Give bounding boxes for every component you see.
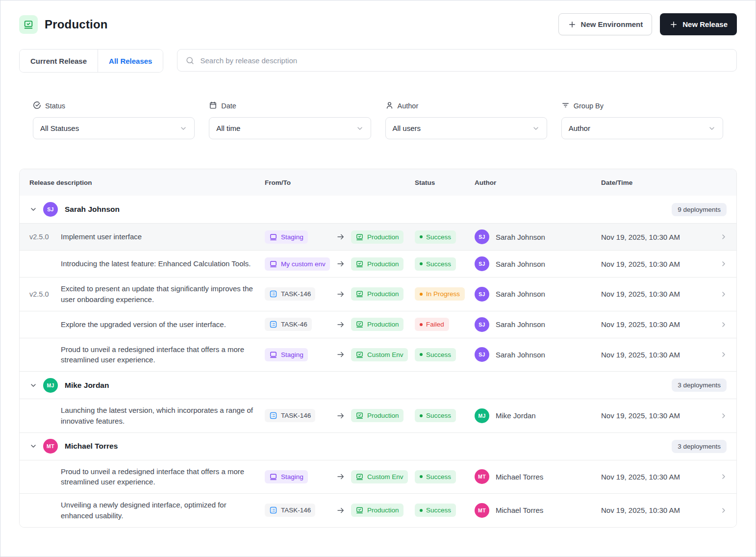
release-row[interactable]: Launching the latest version, which inco… [20,399,736,432]
env-badge-label: Staging [281,473,303,481]
calendar-icon [209,101,217,111]
arrow-right-icon [336,290,345,299]
top-bar: Production New Environment New Release [19,13,737,35]
author-cell: SJSarah Johnson [475,347,601,362]
new-release-button[interactable]: New Release [660,13,737,35]
column-header-date-time: Date/Time [601,179,711,186]
laptop-check-icon [355,260,364,268]
chevron-right-icon[interactable] [711,351,728,358]
chevron-down-icon [356,125,364,132]
from-env: Staging [265,348,336,361]
status-badge: Success [415,409,456,422]
release-row[interactable]: v2.5.0Excited to present an update that … [20,277,736,311]
env-badge-label: Custom Env [367,351,403,358]
release-description: Implement user interface [61,231,265,242]
plus-icon [568,20,577,29]
task-icon [269,320,277,329]
release-row[interactable]: Proud to unveil a redesigned interface t… [20,460,736,494]
status-label: Success [426,351,451,358]
status-label: In Progress [426,290,460,298]
new-environment-button[interactable]: New Environment [558,13,653,35]
chevron-right-icon[interactable] [711,506,728,514]
datetime: Nov 19, 2025, 10:30 AM [601,411,711,420]
env-badge: Staging [265,348,308,361]
tab-all-releases[interactable]: All Releases [98,50,163,72]
laptop-icon [269,473,277,481]
avatar: MT [475,469,489,484]
chevron-down-icon [532,125,540,132]
laptop-icon [269,233,277,241]
from-to-cell: TASK-146Production [265,287,415,301]
table-body: SJSarah Johnson9 deploymentsv2.5.0Implem… [20,196,736,527]
status-cell: Success [415,504,475,517]
author-select[interactable]: All users [385,117,547,139]
arrow-right-icon [336,506,345,515]
author-cell: MJMike Jordan [475,408,601,423]
group-header-row[interactable]: MJMike Jordan3 deployments [20,371,736,399]
release-row[interactable]: v2.5.0Implement user interfaceStagingPro… [20,223,736,250]
column-header-from-to: From/To [265,179,415,186]
avatar: SJ [475,317,489,332]
status-select[interactable]: All Statuses [33,117,195,139]
env-badge: Production [351,504,403,517]
author-name: Sarah Johnson [496,351,545,359]
group-by-select[interactable]: Author [561,117,723,139]
env-badge: Custom Env [351,348,408,361]
filter-status-label: Status [33,101,195,111]
datetime: Nov 19, 2025, 10:30 AM [601,320,711,329]
laptop-icon [269,351,277,359]
chevron-right-icon[interactable] [711,473,728,481]
status-dot-icon [420,353,423,356]
status-cell: Success [415,348,475,361]
column-header-status: Status [415,179,475,186]
chevron-down-icon [29,205,37,213]
tab-current-release[interactable]: Current Release [20,50,98,72]
env-badge: Production [351,230,403,244]
from-env: TASK-146 [265,409,336,422]
search-bar[interactable] [177,49,737,72]
group-header-row[interactable]: MTMichael Torres3 deployments [20,432,736,460]
author-cell: SJSarah Johnson [475,229,601,244]
env-badge: TASK-146 [265,409,315,422]
datetime: Nov 19, 2025, 10:30 AM [601,506,711,514]
laptop-icon [269,260,277,268]
env-badge: Production [351,257,403,271]
status-dot-icon [420,235,423,238]
release-row[interactable]: Explore the upgraded version of the user… [20,311,736,338]
avatar: SJ [475,229,489,244]
from-env: My custom env [265,257,336,271]
title-wrap: Production [19,15,108,34]
release-row[interactable]: Unveiling a newly designed interface, op… [20,493,736,527]
release-row[interactable]: Introducing the latest feature: Enhanced… [20,250,736,277]
group-left: SJSarah Johnson [29,202,120,217]
env-badge: Production [351,318,403,331]
arrow-right-icon [336,259,345,268]
chevron-down-icon [179,125,187,132]
search-input[interactable] [200,56,729,65]
release-tabs: Current Release All Releases [19,49,163,73]
filter-date: Date All time [209,101,371,139]
status-cell: In Progress [415,287,475,301]
laptop-check-icon [355,351,364,359]
author-cell: SJSarah Johnson [475,317,601,332]
env-badge-label: Production [367,290,399,298]
group-header-row[interactable]: SJSarah Johnson9 deployments [20,196,736,223]
release-row[interactable]: Proud to unveil a redesigned interface t… [20,338,736,372]
chevron-down-icon [708,125,716,132]
env-badge: TASK-46 [265,318,312,331]
env-badge-label: Custom Env [367,473,403,481]
chevron-down-icon [29,442,37,450]
chevron-right-icon[interactable] [711,412,728,420]
env-badge-label: TASK-146 [281,290,311,298]
chevron-right-icon[interactable] [711,321,728,329]
laptop-check-icon [355,473,364,481]
status-label: Success [426,233,451,241]
arrow-right-icon [336,411,345,420]
group-left: MJMike Jordan [29,378,109,393]
release-description: Explore the upgraded version of the user… [61,319,265,330]
date-select[interactable]: All time [209,117,371,139]
chevron-right-icon[interactable] [711,260,728,268]
status-dot-icon [420,293,423,296]
chevron-right-icon[interactable] [711,233,728,241]
chevron-right-icon[interactable] [711,290,728,298]
